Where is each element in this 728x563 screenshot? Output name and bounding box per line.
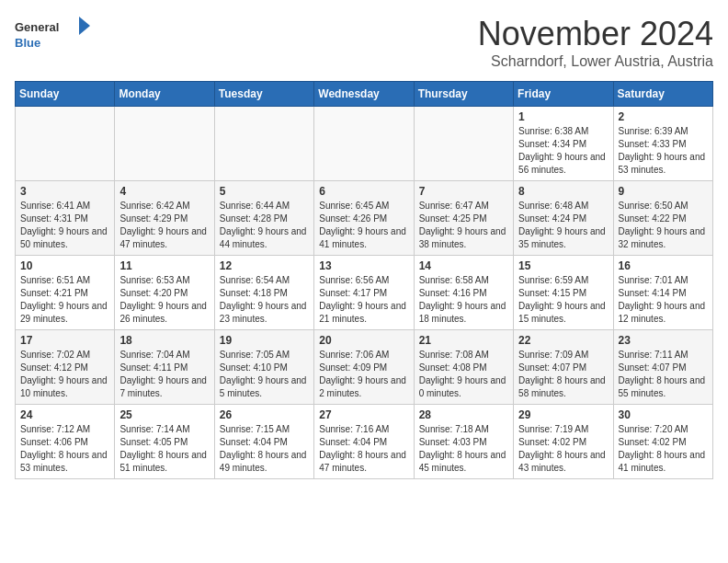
- day-info: Sunrise: 7:08 AM Sunset: 4:08 PM Dayligh…: [419, 349, 508, 400]
- calendar-cell: 4Sunrise: 6:42 AM Sunset: 4:29 PM Daylig…: [115, 181, 214, 256]
- calendar-cell: 12Sunrise: 6:54 AM Sunset: 4:18 PM Dayli…: [214, 256, 313, 330]
- day-info: Sunrise: 6:42 AM Sunset: 4:29 PM Dayligh…: [119, 200, 209, 251]
- calendar-cell: 2Sunrise: 6:39 AM Sunset: 4:33 PM Daylig…: [613, 107, 712, 181]
- weekday-header-saturday: Saturday: [613, 82, 712, 107]
- calendar-cell: 25Sunrise: 7:14 AM Sunset: 4:05 PM Dayli…: [115, 405, 214, 479]
- calendar-cell: 18Sunrise: 7:04 AM Sunset: 4:11 PM Dayli…: [115, 330, 214, 405]
- day-info: Sunrise: 7:12 AM Sunset: 4:06 PM Dayligh…: [20, 423, 109, 475]
- calendar-cell: 28Sunrise: 7:18 AM Sunset: 4:03 PM Dayli…: [414, 405, 513, 479]
- day-info: Sunrise: 6:39 AM Sunset: 4:33 PM Dayligh…: [619, 125, 708, 177]
- day-info: Sunrise: 6:48 AM Sunset: 4:24 PM Dayligh…: [518, 200, 608, 251]
- day-info: Sunrise: 6:44 AM Sunset: 4:28 PM Dayligh…: [220, 200, 309, 251]
- calendar-cell: 16Sunrise: 7:01 AM Sunset: 4:14 PM Dayli…: [613, 256, 712, 330]
- day-number: 8: [518, 185, 608, 198]
- day-info: Sunrise: 6:54 AM Sunset: 4:18 PM Dayligh…: [220, 274, 309, 326]
- day-info: Sunrise: 7:15 AM Sunset: 4:04 PM Dayligh…: [220, 423, 309, 475]
- day-info: Sunrise: 7:06 AM Sunset: 4:09 PM Dayligh…: [319, 349, 408, 400]
- day-number: 26: [220, 408, 309, 421]
- calendar-cell: 9Sunrise: 6:50 AM Sunset: 4:22 PM Daylig…: [613, 181, 712, 256]
- calendar-cell: 11Sunrise: 6:53 AM Sunset: 4:20 PM Dayli…: [115, 256, 214, 330]
- calendar-cell: 10Sunrise: 6:51 AM Sunset: 4:21 PM Dayli…: [16, 256, 115, 330]
- calendar-cell: [214, 107, 313, 181]
- day-number: 23: [619, 334, 708, 347]
- day-info: Sunrise: 7:18 AM Sunset: 4:03 PM Dayligh…: [419, 423, 508, 475]
- day-number: 18: [119, 334, 209, 347]
- day-number: 27: [319, 408, 408, 421]
- calendar-cell: 13Sunrise: 6:56 AM Sunset: 4:17 PM Dayli…: [314, 256, 414, 330]
- weekday-header-wednesday: Wednesday: [314, 82, 414, 107]
- day-number: 20: [319, 334, 408, 347]
- day-number: 13: [319, 259, 408, 272]
- day-info: Sunrise: 6:53 AM Sunset: 4:20 PM Dayligh…: [119, 274, 209, 326]
- svg-marker-1: [79, 17, 90, 35]
- day-number: 9: [619, 185, 708, 198]
- day-info: Sunrise: 6:50 AM Sunset: 4:22 PM Dayligh…: [619, 200, 708, 251]
- day-number: 19: [220, 334, 309, 347]
- svg-text:General: General: [15, 20, 59, 34]
- logo: General Blue: [15, 15, 97, 52]
- day-number: 16: [619, 259, 708, 272]
- calendar-cell: 1Sunrise: 6:38 AM Sunset: 4:34 PM Daylig…: [514, 107, 613, 181]
- day-info: Sunrise: 7:04 AM Sunset: 4:11 PM Dayligh…: [119, 349, 209, 400]
- calendar-table: SundayMondayTuesdayWednesdayThursdayFrid…: [15, 81, 713, 479]
- calendar-cell: 8Sunrise: 6:48 AM Sunset: 4:24 PM Daylig…: [514, 181, 613, 256]
- weekday-header-thursday: Thursday: [414, 82, 513, 107]
- day-number: 22: [518, 334, 608, 347]
- location-title: Scharndorf, Lower Austria, Austria: [478, 53, 713, 70]
- calendar-cell: 7Sunrise: 6:47 AM Sunset: 4:25 PM Daylig…: [414, 181, 513, 256]
- day-info: Sunrise: 6:47 AM Sunset: 4:25 PM Dayligh…: [419, 200, 508, 251]
- calendar-cell: 22Sunrise: 7:09 AM Sunset: 4:07 PM Dayli…: [514, 330, 613, 405]
- day-number: 25: [119, 408, 209, 421]
- svg-text:Blue: Blue: [15, 36, 40, 50]
- calendar-cell: 5Sunrise: 6:44 AM Sunset: 4:28 PM Daylig…: [214, 181, 313, 256]
- calendar-cell: [16, 107, 115, 181]
- day-info: Sunrise: 6:41 AM Sunset: 4:31 PM Dayligh…: [20, 200, 109, 251]
- day-number: 1: [518, 110, 608, 123]
- calendar-cell: 30Sunrise: 7:20 AM Sunset: 4:02 PM Dayli…: [613, 405, 712, 479]
- day-number: 6: [319, 185, 408, 198]
- day-number: 14: [419, 259, 508, 272]
- day-number: 17: [20, 334, 109, 347]
- day-number: 21: [419, 334, 508, 347]
- day-info: Sunrise: 6:38 AM Sunset: 4:34 PM Dayligh…: [518, 125, 608, 177]
- day-number: 3: [20, 185, 109, 198]
- day-number: 24: [20, 408, 109, 421]
- day-info: Sunrise: 7:11 AM Sunset: 4:07 PM Dayligh…: [619, 349, 708, 400]
- day-number: 10: [20, 259, 109, 272]
- day-number: 12: [220, 259, 309, 272]
- day-info: Sunrise: 7:01 AM Sunset: 4:14 PM Dayligh…: [619, 274, 708, 326]
- calendar-cell: 23Sunrise: 7:11 AM Sunset: 4:07 PM Dayli…: [613, 330, 712, 405]
- calendar-cell: 15Sunrise: 6:59 AM Sunset: 4:15 PM Dayli…: [514, 256, 613, 330]
- calendar-cell: 14Sunrise: 6:58 AM Sunset: 4:16 PM Dayli…: [414, 256, 513, 330]
- day-number: 28: [419, 408, 508, 421]
- day-info: Sunrise: 6:56 AM Sunset: 4:17 PM Dayligh…: [319, 274, 408, 326]
- weekday-header-sunday: Sunday: [16, 82, 115, 107]
- day-number: 15: [518, 259, 608, 272]
- calendar-cell: 6Sunrise: 6:45 AM Sunset: 4:26 PM Daylig…: [314, 181, 414, 256]
- day-info: Sunrise: 7:02 AM Sunset: 4:12 PM Dayligh…: [20, 349, 109, 400]
- calendar-cell: 20Sunrise: 7:06 AM Sunset: 4:09 PM Dayli…: [314, 330, 414, 405]
- calendar-cell: [115, 107, 214, 181]
- day-info: Sunrise: 7:05 AM Sunset: 4:10 PM Dayligh…: [220, 349, 309, 400]
- day-info: Sunrise: 7:14 AM Sunset: 4:05 PM Dayligh…: [119, 423, 209, 475]
- day-info: Sunrise: 6:59 AM Sunset: 4:15 PM Dayligh…: [518, 274, 608, 326]
- calendar-cell: [314, 107, 414, 181]
- logo-svg: General Blue: [15, 15, 97, 52]
- calendar-cell: 26Sunrise: 7:15 AM Sunset: 4:04 PM Dayli…: [214, 405, 313, 479]
- day-info: Sunrise: 7:16 AM Sunset: 4:04 PM Dayligh…: [319, 423, 408, 475]
- title-block: November 2024 Scharndorf, Lower Austria,…: [478, 15, 713, 70]
- calendar-cell: 24Sunrise: 7:12 AM Sunset: 4:06 PM Dayli…: [16, 405, 115, 479]
- weekday-header-monday: Monday: [115, 82, 214, 107]
- weekday-header-tuesday: Tuesday: [214, 82, 313, 107]
- calendar-cell: 17Sunrise: 7:02 AM Sunset: 4:12 PM Dayli…: [16, 330, 115, 405]
- day-number: 11: [119, 259, 209, 272]
- day-info: Sunrise: 7:19 AM Sunset: 4:02 PM Dayligh…: [518, 423, 608, 475]
- day-info: Sunrise: 6:45 AM Sunset: 4:26 PM Dayligh…: [319, 200, 408, 251]
- day-info: Sunrise: 7:09 AM Sunset: 4:07 PM Dayligh…: [518, 349, 608, 400]
- day-info: Sunrise: 6:51 AM Sunset: 4:21 PM Dayligh…: [20, 274, 109, 326]
- day-number: 30: [619, 408, 708, 421]
- page-header: General Blue November 2024 Scharndorf, L…: [15, 15, 713, 70]
- day-info: Sunrise: 7:20 AM Sunset: 4:02 PM Dayligh…: [619, 423, 708, 475]
- month-title: November 2024: [478, 15, 713, 53]
- day-number: 29: [518, 408, 608, 421]
